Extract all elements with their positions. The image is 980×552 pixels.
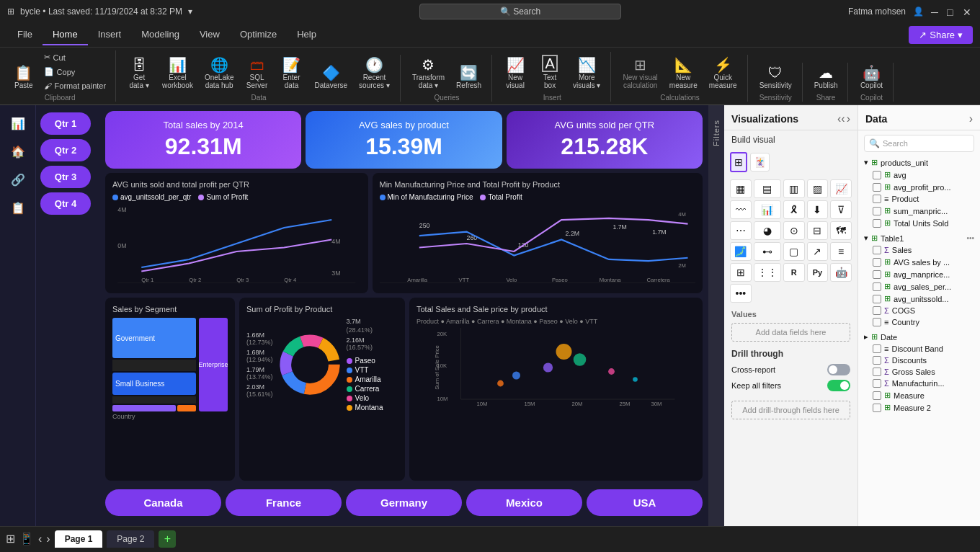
python-icon[interactable]: Py xyxy=(807,263,829,282)
new-measure-button[interactable]: 📐Newmeasure xyxy=(665,55,702,92)
checkbox-discounts[interactable] xyxy=(873,356,881,365)
map-icon[interactable]: 🗺 xyxy=(830,221,852,240)
slicer-icon[interactable]: ≡ xyxy=(830,242,852,261)
tab-view[interactable]: View xyxy=(190,25,230,45)
scatter-icon[interactable]: ⋯ xyxy=(730,221,752,240)
data-search-box[interactable]: 🔍 Search xyxy=(864,135,974,152)
page-1-tab[interactable]: Page 1 xyxy=(55,530,103,548)
qtr2-button[interactable]: Qtr 2 xyxy=(40,139,91,161)
copilot-button[interactable]: 🤖Copilot xyxy=(855,63,887,92)
cut-button[interactable]: ✂ Cut xyxy=(40,50,110,64)
minimize-button[interactable]: ─ xyxy=(931,6,941,17)
checkbox-sales[interactable] xyxy=(873,246,881,254)
funnel-icon[interactable]: ⊽ xyxy=(830,200,852,219)
r-script-icon[interactable]: R xyxy=(783,263,805,282)
checkbox-total-units[interactable] xyxy=(873,219,881,228)
field-measure[interactable]: ⊞ Measure xyxy=(858,389,980,401)
text-box-button[interactable]: ATextbox xyxy=(534,52,566,92)
card-icon[interactable]: ▢ xyxy=(783,242,805,261)
mexico-button[interactable]: Mexico xyxy=(466,489,582,516)
area-chart-icon[interactable]: 〰 xyxy=(730,200,752,219)
table1-more-icon[interactable]: ••• xyxy=(966,234,974,242)
add-page-button[interactable]: + xyxy=(159,530,176,548)
paste-button[interactable]: 📋 Paste xyxy=(10,63,37,92)
table-view-icon[interactable]: 🏠 xyxy=(6,141,30,163)
viz-expand-left[interactable]: ‹‹ xyxy=(837,112,845,125)
next-page-button[interactable]: › xyxy=(46,533,50,546)
enter-data-button[interactable]: 📝Enterdata xyxy=(276,55,308,92)
tab-file[interactable]: File xyxy=(7,25,43,45)
excel-workbook-button[interactable]: 📊Excelworkbook xyxy=(158,55,197,92)
quick-measure-button[interactable]: ⚡Quickmeasure xyxy=(705,55,741,92)
field-sum-manpric[interactable]: ⊞ sum_manpric... xyxy=(858,205,980,217)
pie-chart-icon[interactable]: ◕ xyxy=(754,221,781,240)
field-country[interactable]: ≡ Country xyxy=(858,316,980,328)
checkbox-avg-sales[interactable] xyxy=(873,258,881,267)
ai-visual-icon[interactable]: 🤖 xyxy=(830,263,852,282)
checkbox-manufacturing[interactable] xyxy=(873,379,881,388)
clustered-bar-icon[interactable]: ▤ xyxy=(754,179,781,198)
mobile-view-icon[interactable]: 📱 xyxy=(19,532,34,546)
field-gross-sales[interactable]: Σ Gross Sales xyxy=(858,366,980,378)
treemap-icon[interactable]: ⊟ xyxy=(807,221,829,240)
field-cogs[interactable]: Σ COGS xyxy=(858,305,980,316)
card-viz-icon[interactable]: 🃏 xyxy=(750,153,770,172)
france-button[interactable]: France xyxy=(226,489,342,516)
field-total-units[interactable]: ⊞ Total Units Sold xyxy=(858,217,980,229)
checkbox-avg[interactable] xyxy=(873,171,881,179)
germany-button[interactable]: Germany xyxy=(346,489,462,516)
share-button[interactable]: ↗ Share ▾ xyxy=(909,26,973,44)
table-icon[interactable]: ⊞ xyxy=(730,263,752,282)
tab-modeling[interactable]: Modeling xyxy=(131,25,190,45)
recent-sources-button[interactable]: 🕐Recentsources ▾ xyxy=(355,55,394,92)
title-search-bar[interactable]: 🔍 Search xyxy=(419,4,621,19)
data-panel-expand[interactable]: › xyxy=(969,112,973,125)
format-painter-button[interactable]: 🖌 Format painter xyxy=(40,79,110,92)
field-avg-manprice[interactable]: ⊞ avg_manprice... xyxy=(858,268,980,280)
checkbox-country[interactable] xyxy=(873,318,881,326)
field-avg-unitssold[interactable]: ⊞ avg_unitssold... xyxy=(858,293,980,305)
gauge-icon[interactable]: ⊷ xyxy=(754,242,781,261)
prev-page-button[interactable]: ‹ xyxy=(38,533,42,546)
checkbox-avg-unitssold[interactable] xyxy=(873,295,881,303)
transform-data-button[interactable]: ⚙Transformdata ▾ xyxy=(408,55,449,92)
maximize-button[interactable]: □ xyxy=(947,6,957,17)
more-visuals-button[interactable]: 📉Morevisuals ▾ xyxy=(569,55,605,92)
checkbox-measure-2[interactable] xyxy=(873,404,881,412)
tab-insert[interactable]: Insert xyxy=(88,25,132,45)
tab-optimize[interactable]: Optimize xyxy=(230,25,287,45)
checkbox-product[interactable] xyxy=(873,195,881,203)
viz-expand-right[interactable]: › xyxy=(847,112,850,125)
report-view-icon[interactable]: 📊 xyxy=(6,112,30,135)
clustered-col-icon[interactable]: ▨ xyxy=(807,179,829,198)
field-avg-sales[interactable]: ⊞ AVG sales by ... xyxy=(858,256,980,268)
new-visual-button[interactable]: 📈Newvisual xyxy=(499,55,531,92)
checkbox-sum-manpric[interactable] xyxy=(873,207,881,215)
filled-map-icon[interactable]: 🗾 xyxy=(730,242,752,261)
field-avg-profit[interactable]: ⊞ avg_profit_pro... xyxy=(858,181,980,193)
more-visuals-icon[interactable]: ••• xyxy=(730,284,752,303)
publish-button[interactable]: ☁Publish xyxy=(810,63,842,92)
field-manufacturing[interactable]: Σ Manufacturin... xyxy=(858,378,980,389)
dataverse-button[interactable]: 🔷Dataverse xyxy=(311,63,352,92)
stacked-bar-icon[interactable]: ▦ xyxy=(730,179,752,198)
onelake-button[interactable]: 🌐OneLakedata hub xyxy=(200,55,239,92)
copy-button[interactable]: 📄 Copy xyxy=(40,65,110,79)
ribbon-chart-icon[interactable]: 🎗 xyxy=(783,200,805,219)
field-avg-sales-per[interactable]: ⊞ avg_sales_per... xyxy=(858,280,980,293)
donut-icon[interactable]: ⊙ xyxy=(783,221,805,240)
sensitivity-button[interactable]: 🛡Sensitivity xyxy=(755,63,796,92)
get-data-button[interactable]: 🗄Getdata ▾ xyxy=(123,55,155,92)
checkbox-cogs[interactable] xyxy=(873,306,881,315)
usa-button[interactable]: USA xyxy=(587,489,703,516)
checkbox-avg-manprice[interactable] xyxy=(873,270,881,279)
waterfall-icon[interactable]: ⬇ xyxy=(807,200,829,219)
add-drill-fields[interactable]: Add drill-through fields here xyxy=(731,401,850,419)
field-discount-band[interactable]: ≡ Discount Band xyxy=(858,343,980,355)
model-view-icon[interactable]: 🔗 xyxy=(6,169,30,191)
refresh-button[interactable]: 🔄Refresh xyxy=(452,63,486,92)
checkbox-gross-sales[interactable] xyxy=(873,368,881,376)
dax-icon[interactable]: 📋 xyxy=(6,197,30,219)
qtr4-button[interactable]: Qtr 4 xyxy=(40,192,91,215)
matrix-icon[interactable]: ⋮⋮ xyxy=(754,263,781,282)
